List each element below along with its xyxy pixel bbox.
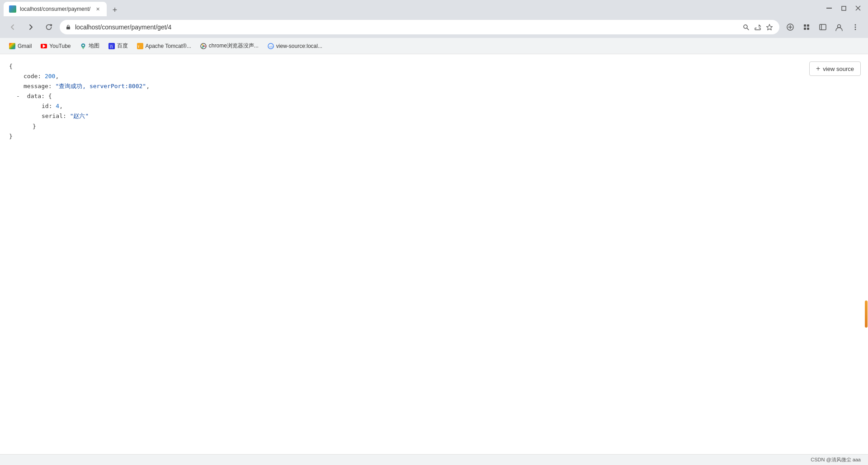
svg-rect-15 <box>820 24 826 30</box>
json-message-key: message: <box>24 81 52 91</box>
json-message-line: message: "查询成功, serverPort:8002" , <box>24 81 859 91</box>
json-data-key: data: <box>27 91 45 101</box>
share-icon[interactable] <box>753 23 762 32</box>
extensions-icon[interactable] <box>799 20 814 34</box>
search-icon[interactable] <box>741 23 750 32</box>
bookmarks-bar: Gmail YouTube 地图 百 百度 T Ap <box>0 38 868 54</box>
bookmark-chrome-sound-label: chrome浏览器没声... <box>209 42 259 50</box>
json-code-value: 200 <box>45 71 55 81</box>
json-code-line: code: 200 , <box>24 71 859 81</box>
browser-window: localhost/consumer/payment/ ✕ + <box>0 0 868 465</box>
svg-text:</>: </> <box>269 45 274 48</box>
json-id-line: id: 4 , <box>42 101 859 111</box>
close-button[interactable] <box>852 2 864 14</box>
profile-icon[interactable] <box>832 20 846 34</box>
tab-close-button[interactable]: ✕ <box>94 5 101 13</box>
gmail-favicon <box>9 43 15 49</box>
json-close-brace: } <box>9 132 859 141</box>
title-bar: localhost/consumer/payment/ ✕ + <box>0 0 868 16</box>
bookmark-baidu[interactable]: 百 百度 <box>105 40 132 52</box>
view-source-icon: + <box>816 65 820 73</box>
view-source-label: view source <box>823 66 854 72</box>
browser-actions <box>783 20 863 34</box>
json-serial-value: "赵六" <box>70 111 89 121</box>
svg-point-20 <box>855 29 856 30</box>
data-collapse-button[interactable]: - <box>16 91 23 101</box>
json-message-value: "查询成功, serverPort:8002" <box>55 81 146 91</box>
bookmark-star-icon[interactable] <box>765 23 774 32</box>
forward-button[interactable] <box>24 20 38 34</box>
json-id-value: 4 <box>56 101 59 111</box>
svg-point-5 <box>744 25 747 28</box>
json-data-line: - data: { <box>16 91 859 101</box>
address-bar: localhost/consumer/payment/get/4 <box>0 16 868 38</box>
url-bar-actions <box>741 23 774 32</box>
url-bar[interactable]: localhost/consumer/payment/get/4 <box>60 20 779 34</box>
status-bar: CSDN @清风微尘 aaa <box>0 454 868 465</box>
new-tab-button[interactable]: + <box>108 4 121 16</box>
bookmark-youtube[interactable]: YouTube <box>37 41 74 51</box>
svg-point-22 <box>82 44 84 46</box>
svg-line-6 <box>747 28 749 30</box>
svg-point-18 <box>855 24 856 26</box>
bookmark-gmail[interactable]: Gmail <box>5 41 35 51</box>
svg-rect-4 <box>66 27 70 29</box>
bookmark-maps[interactable]: 地图 <box>76 40 103 52</box>
json-serial-line: serial: "赵六" <box>42 111 859 121</box>
tab-favicon <box>9 5 16 13</box>
status-text: CSDN @清风微尘 aaa <box>811 456 861 463</box>
tab-bar: localhost/consumer/payment/ ✕ + <box>4 0 823 16</box>
bookmark-view-source-label: view-source:local... <box>276 43 322 49</box>
svg-rect-1 <box>842 6 846 10</box>
json-code-key: code: <box>24 71 41 81</box>
view-source-button[interactable]: + view source <box>809 61 861 76</box>
maximize-button[interactable] <box>837 2 850 14</box>
bookmark-chrome-sound[interactable]: chrome浏览器没声... <box>197 40 262 52</box>
bookmark-view-source[interactable]: </> view-source:local... <box>264 41 326 51</box>
lock-icon <box>65 24 71 30</box>
svg-rect-11 <box>804 24 806 27</box>
minimize-button[interactable] <box>823 2 835 14</box>
url-text: localhost/consumer/payment/get/4 <box>75 23 171 31</box>
svg-rect-14 <box>807 28 809 30</box>
svg-rect-13 <box>804 28 806 30</box>
bookmark-gmail-label: Gmail <box>18 43 32 49</box>
youtube-favicon <box>41 44 47 48</box>
bookmark-baidu-label: 百度 <box>117 42 128 50</box>
baidu-favicon: 百 <box>108 43 115 49</box>
svg-marker-7 <box>767 24 773 30</box>
json-serial-key: serial: <box>42 111 66 121</box>
scrollbar-track[interactable] <box>864 54 868 465</box>
svg-rect-12 <box>807 24 809 27</box>
bookmark-youtube-label: YouTube <box>49 43 71 49</box>
bookmark-tomcat[interactable]: T Apache Tomcat®... <box>133 41 195 51</box>
json-open-brace: { <box>9 61 859 71</box>
tab-title: localhost/consumer/payment/ <box>20 6 90 12</box>
svg-text:T: T <box>137 45 140 49</box>
json-data-close: } <box>33 122 859 132</box>
chrome-favicon <box>200 43 207 49</box>
view-source-favicon: </> <box>268 43 274 49</box>
back-button[interactable] <box>5 20 20 34</box>
sidebar-icon[interactable] <box>816 20 830 34</box>
bookmark-maps-label: 地图 <box>89 42 99 50</box>
svg-point-19 <box>855 27 856 28</box>
menu-icon[interactable] <box>848 20 863 34</box>
tomcat-favicon: T <box>137 43 143 49</box>
svg-rect-0 <box>826 8 832 9</box>
reload-button[interactable] <box>42 20 56 34</box>
json-id-key: id: <box>42 101 52 111</box>
bookmark-tomcat-label: Apache Tomcat®... <box>146 43 191 49</box>
json-viewer: { code: 200 , message: "查询成功, serverPort… <box>0 54 868 149</box>
active-tab[interactable]: localhost/consumer/payment/ ✕ <box>4 2 107 16</box>
window-controls <box>823 2 864 14</box>
search-labs-icon[interactable] <box>783 20 797 34</box>
scrollbar-thumb[interactable] <box>865 301 868 328</box>
page-content: { code: 200 , message: "查询成功, serverPort… <box>0 54 868 465</box>
maps-favicon <box>80 43 86 49</box>
svg-text:百: 百 <box>109 44 113 49</box>
